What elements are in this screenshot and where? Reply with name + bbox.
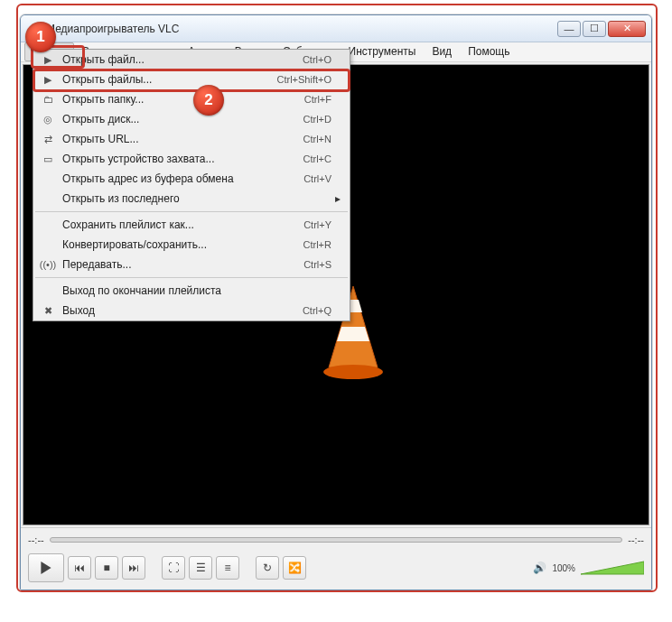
menu-item-9[interactable]: Сохранить плейлист как...Ctrl+Y (33, 215, 350, 235)
titlebar: Медиапроигрыватель VLC ― ☐ ✕ (21, 15, 651, 42)
stop-button[interactable]: ■ (95, 556, 118, 580)
volume-label: 100% (552, 563, 575, 573)
menu-item-0[interactable]: ▶Открыть файл...Ctrl+O (33, 50, 350, 70)
menu-item-label: Открыть папку... (57, 93, 304, 106)
menu-item-shortcut: Ctrl+Y (303, 219, 331, 230)
menu-item-label: Открыть URL... (57, 133, 303, 145)
menu-item-shortcut: Ctrl+R (303, 239, 331, 250)
menu-view[interactable]: Вид (424, 42, 460, 61)
menu-item-shortcut: Ctrl+N (303, 134, 331, 144)
menu-separator (35, 277, 348, 278)
menu-item-3[interactable]: ◎Открыть диск...Ctrl+D (33, 109, 350, 129)
menu-item-icon: ▶ (39, 54, 57, 66)
menu-help[interactable]: Помощь (460, 42, 518, 61)
menu-item-label: Выход по окончании плейлиста (57, 284, 331, 297)
menu-item-10[interactable]: Конвертировать/сохранить...Ctrl+R (33, 235, 350, 255)
submenu-arrow-icon: ▸ (331, 192, 341, 205)
menu-item-label: Открыть файлы... (57, 73, 276, 86)
minimize-button[interactable]: ― (557, 21, 581, 37)
maximize-button[interactable]: ☐ (583, 21, 606, 37)
callout-1: 1 (25, 22, 56, 52)
menu-item-label: Открыть из последнего (57, 192, 331, 205)
menu-item-13[interactable]: Выход по окончании плейлиста (33, 281, 350, 301)
menu-item-icon: 🗀 (39, 94, 57, 105)
media-menu-dropdown: ▶Открыть файл...Ctrl+O▶Открыть файлы...C… (33, 49, 350, 321)
menu-item-11[interactable]: ((•))Передавать...Ctrl+S (33, 255, 350, 274)
menu-item-icon: ▶ (39, 74, 57, 86)
loop-button[interactable]: ↻ (256, 556, 279, 580)
scrubber[interactable]: --:-- --:-- (28, 532, 644, 548)
menu-item-2[interactable]: 🗀Открыть папку...Ctrl+F (33, 89, 350, 109)
svg-marker-8 (581, 562, 644, 574)
total-time: --:-- (628, 534, 644, 545)
menu-item-shortcut: Ctrl+S (303, 259, 331, 270)
menu-item-1[interactable]: ▶Открыть файлы...Ctrl+Shift+O (33, 70, 350, 89)
menu-item-shortcut: Ctrl+F (304, 94, 331, 105)
window-title: Медиапроигрыватель VLC (46, 23, 557, 35)
ext-settings-button[interactable]: ☰ (189, 556, 212, 580)
menu-item-label: Выход (57, 304, 303, 317)
speaker-icon: 🔊 (533, 562, 546, 574)
next-button[interactable]: ⏭ (122, 556, 145, 580)
menu-item-7[interactable]: Открыть из последнего▸ (33, 189, 350, 209)
menu-tools[interactable]: Инструменты (341, 42, 425, 61)
menu-item-6[interactable]: Открыть адрес из буфера обменаCtrl+V (33, 169, 350, 189)
volume-control[interactable]: 🔊 100% (533, 560, 644, 576)
menu-item-label: Открыть адрес из буфера обмена (57, 172, 303, 185)
prev-button[interactable]: ⏮ (68, 556, 91, 580)
menu-item-icon: ✖ (39, 305, 57, 317)
svg-point-6 (323, 365, 383, 379)
menu-item-icon: ((•)) (39, 259, 57, 270)
play-button[interactable] (28, 553, 64, 582)
svg-marker-5 (337, 327, 369, 341)
volume-slider[interactable] (581, 560, 644, 576)
menu-item-4[interactable]: ⇄Открыть URL...Ctrl+N (33, 129, 350, 149)
menu-item-label: Передавать... (57, 258, 303, 271)
elapsed-time: --:-- (28, 534, 44, 545)
menu-item-icon: ⇄ (39, 134, 57, 145)
callout-2: 2 (193, 85, 224, 116)
menu-item-shortcut: Ctrl+V (303, 173, 331, 184)
menu-item-14[interactable]: ✖ВыходCtrl+Q (33, 301, 350, 320)
playlist-button[interactable]: ≡ (216, 556, 239, 580)
bottom-panel: --:-- --:-- ⏮ ■ ⏭ ⛶ ☰ ≡ ↻ 🔀 🔊 100% (21, 527, 651, 590)
menu-item-label: Конвертировать/сохранить... (57, 238, 303, 251)
menu-item-icon: ◎ (39, 114, 57, 125)
svg-marker-7 (41, 562, 51, 574)
controls: ⏮ ■ ⏭ ⛶ ☰ ≡ ↻ 🔀 🔊 100% (28, 553, 644, 582)
menu-item-5[interactable]: ▭Открыть устройство захвата...Ctrl+C (33, 149, 350, 169)
seek-bar[interactable] (50, 537, 623, 543)
menu-item-label: Открыть диск... (57, 113, 303, 125)
menu-item-label: Открыть устройство захвата... (57, 153, 303, 165)
menu-separator (35, 211, 348, 212)
menu-item-label: Открыть файл... (57, 53, 303, 66)
menu-item-shortcut: Ctrl+O (303, 54, 331, 65)
shuffle-button[interactable]: 🔀 (283, 556, 306, 580)
menu-item-icon: ▭ (39, 153, 57, 165)
close-button[interactable]: ✕ (608, 21, 646, 37)
menu-item-shortcut: Ctrl+C (303, 153, 331, 164)
menu-item-shortcut: Ctrl+D (303, 114, 331, 125)
menu-item-label: Сохранить плейлист как... (57, 218, 303, 231)
menu-item-shortcut: Ctrl+Q (303, 305, 331, 316)
fullscreen-button[interactable]: ⛶ (162, 556, 185, 580)
menu-item-shortcut: Ctrl+Shift+O (276, 74, 331, 85)
